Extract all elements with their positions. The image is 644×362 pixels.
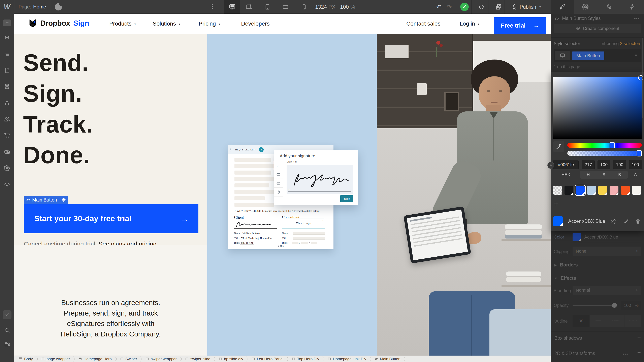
export-code-icon[interactable] [475, 0, 488, 14]
breakpoint-tablet-button[interactable] [260, 0, 275, 14]
breakpoint-desktop-button[interactable] [224, 0, 240, 14]
type-tab-keyboard-icon[interactable] [274, 170, 283, 179]
borders-section-header[interactable]: ▶Borders [554, 262, 578, 268]
color-property-label[interactable]: Color [554, 235, 564, 240]
compliance-check-icon[interactable] [0, 308, 14, 322]
redo-icon[interactable]: ↷ [444, 0, 454, 14]
saturation-brightness-area[interactable] [553, 77, 642, 139]
breadcrumb-item-page-wrapper[interactable]: page wrapper [40, 357, 71, 361]
swatch-yellow[interactable] [598, 186, 607, 195]
nav-link-pricing[interactable]: Pricing▾ [199, 14, 220, 34]
opacity-slider-handle[interactable] [612, 303, 617, 308]
nav-link-solutions[interactable]: Solutions▾ [153, 14, 180, 34]
breadcrumb-item-swiper-slide[interactable]: swiper slide [184, 357, 212, 361]
quick-actions-bolt-icon[interactable] [621, 0, 644, 14]
main-cta-button[interactable]: Start your 30-day free trial→ [24, 204, 198, 233]
interactions-panel-tab[interactable] [597, 0, 621, 14]
ecommerce-icon[interactable] [0, 128, 14, 143]
breadcrumb-item-top-hero-div[interactable]: Top Hero Div [290, 357, 320, 361]
breadcrumb-item-swiper-wrapper[interactable]: swiper wrapper [144, 357, 178, 361]
dropbox-sign-logo[interactable]: DropboxSign [28, 19, 89, 28]
settings-icon[interactable] [0, 161, 14, 175]
swatch-pink[interactable] [610, 186, 618, 195]
style-panel-tab[interactable] [550, 0, 574, 14]
swatch-transparent[interactable] [553, 186, 562, 195]
click-to-sign-field[interactable]: Click to sign * [282, 218, 325, 228]
swatch-black[interactable] [564, 186, 573, 195]
swatch-orange[interactable] [621, 186, 630, 195]
nav-link-contact-sales[interactable]: Contact sales [406, 14, 440, 34]
add-swatch-button[interactable]: + [554, 200, 558, 208]
breadcrumb-item-homepage-link-div[interactable]: Homepage Link Div [326, 357, 368, 361]
breadcrumb-item-homepage-hero[interactable]: Homepage Hero [77, 357, 113, 361]
swatch-lightblue[interactable] [587, 186, 596, 195]
alpha-slider[interactable] [567, 151, 642, 156]
selected-element-badge[interactable]: Main Button [24, 196, 68, 204]
publish-button[interactable]: Publish ▼ [506, 0, 546, 14]
free-trial-button[interactable]: Free trial→ [494, 17, 546, 34]
share-icon[interactable] [492, 0, 504, 14]
breakpoint-large-button[interactable] [241, 0, 257, 14]
color-property-value[interactable]: Accent/DBX Blue [584, 235, 618, 240]
cms-icon[interactable] [0, 80, 14, 94]
alpha-slider-handle[interactable] [636, 150, 642, 156]
upload-tab-camera-icon[interactable] [274, 179, 283, 188]
canvas-size-indicator[interactable]: 1324PX 100% [315, 0, 358, 14]
breadcrumb-item-body[interactable]: Body [17, 357, 34, 361]
eyedropper-icon[interactable] [553, 141, 564, 152]
breakpoint-mobile-landscape-button[interactable] [278, 0, 294, 14]
more-options-icon[interactable] [212, 3, 213, 10]
panel-scrollbar[interactable] [642, 38, 643, 118]
chevron-down-icon[interactable]: ▼ [634, 54, 638, 57]
swatch-offwhite[interactable] [632, 186, 641, 195]
nav-link-products[interactable]: Products▾ [109, 14, 136, 34]
opacity-value-field[interactable]: 100% [621, 301, 642, 310]
outline-dashed-button[interactable] [607, 315, 624, 327]
hue-input[interactable]: 217 [582, 160, 595, 169]
video-tutorials-icon[interactable] [0, 337, 14, 351]
clipping-select[interactable]: None⇕ [572, 247, 642, 256]
breadcrumb-item-swiper[interactable]: Swiper [119, 357, 138, 361]
add-transform-button[interactable]: + [637, 349, 641, 356]
outline-dotted-button[interactable] [624, 315, 642, 327]
style-selector-field[interactable]: Main Button ▼ [554, 49, 642, 62]
create-component-button[interactable]: Create component [554, 24, 642, 33]
nav-link-developers[interactable]: Developers [241, 14, 270, 34]
undo-icon[interactable]: ↶ [434, 0, 444, 14]
opacity-slider[interactable] [572, 305, 617, 306]
webflow-logo[interactable]: W [0, 0, 14, 14]
assets-icon[interactable] [0, 145, 14, 159]
selector-token[interactable]: Main Button [572, 51, 604, 60]
hex-input[interactable]: #0061fe [553, 160, 578, 169]
search-icon[interactable] [0, 323, 14, 338]
breadcrumb-item-main-button[interactable]: Main Button [374, 357, 402, 361]
draw-tab-pen-icon[interactable] [274, 161, 283, 170]
breadcrumb-item-hp-slide-div[interactable]: hp slide div [218, 357, 244, 361]
breakpoint-mobile-button[interactable] [296, 0, 312, 14]
settings-panel-tab[interactable] [574, 0, 597, 14]
saved-tab-clock-icon[interactable] [274, 188, 283, 196]
signature-canvas[interactable]: × [286, 165, 353, 194]
outline-none-button[interactable]: ✕ [572, 315, 590, 327]
color-property-swatch[interactable] [572, 233, 581, 241]
delete-color-icon[interactable] [635, 218, 640, 224]
hue-slider[interactable] [567, 143, 642, 148]
transforms-menu-dots[interactable]: ••• [622, 352, 628, 357]
insert-button[interactable]: Insert [340, 195, 353, 202]
alpha-input[interactable]: 100 [629, 160, 642, 169]
saturation-input[interactable]: 100 [598, 160, 610, 169]
outline-solid-button[interactable] [590, 315, 607, 327]
add-elements-icon[interactable] [0, 16, 14, 30]
swatch-blue-selected[interactable] [576, 186, 585, 195]
element-settings-gear-icon[interactable] [60, 196, 68, 204]
preview-pie-icon[interactable] [55, 3, 62, 10]
navigator-icon[interactable] [0, 47, 14, 61]
panel-resize-handle[interactable] [548, 162, 554, 169]
page-selector[interactable]: Page:Home [18, 0, 46, 14]
panel-menu-dots[interactable]: ••• [634, 16, 640, 21]
effects-section-header[interactable]: ▼Effects [554, 276, 576, 281]
brightness-input[interactable]: 100 [613, 160, 626, 169]
nav-link-login[interactable]: Log in▾ [460, 14, 480, 34]
breadcrumb-item-left-hero-panel[interactable]: Left Hero Panel [250, 357, 284, 361]
blending-select[interactable]: Normal⇕ [572, 286, 642, 295]
